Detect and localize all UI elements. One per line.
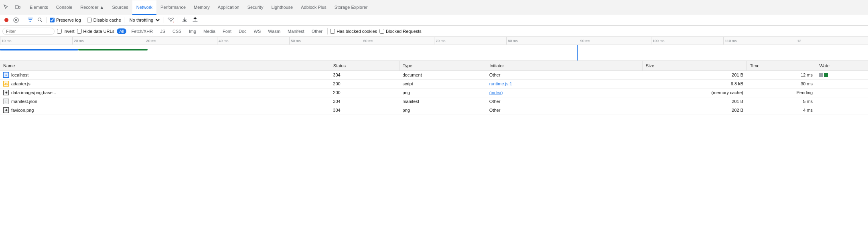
cell-type: script [399, 79, 486, 88]
file-name: favicon.png [11, 108, 34, 113]
tab-console[interactable]: Console [52, 0, 76, 15]
blocked-requests-checkbox[interactable] [379, 29, 384, 34]
export-button[interactable] [191, 16, 199, 24]
table-row[interactable]: ◆ favicon.png 304pngOther202 B4 ms [0, 106, 868, 115]
cell-type: png [399, 88, 486, 97]
table-row[interactable]: ≡ localhost 304documentOther201 B12 ms [0, 71, 868, 79]
cell-waterfall [816, 106, 868, 115]
tab-storage[interactable]: Storage Explorer [331, 0, 372, 15]
file-name: localhost [11, 73, 28, 77]
cell-waterfall [816, 79, 868, 88]
cell-name: □ manifest.json [0, 97, 330, 106]
tick-90ms: 90 ms [579, 37, 651, 44]
cell-initiator[interactable]: (index) [486, 88, 643, 97]
tab-security[interactable]: Security [243, 0, 268, 15]
col-header-name[interactable]: Name [0, 61, 330, 71]
table-row[interactable]: □ manifest.json 304manifestOther201 B5 m… [0, 97, 868, 106]
timeline[interactable]: 10 ms 20 ms 30 ms 40 ms 50 ms 60 ms 70 m… [0, 37, 868, 61]
initiator-link[interactable]: (index) [489, 90, 503, 95]
initiator-link[interactable]: runtime.js:1 [489, 81, 512, 86]
filter-btn-ws[interactable]: WS [251, 28, 264, 34]
tab-memory[interactable]: Memory [190, 0, 214, 15]
tab-application[interactable]: Application [214, 0, 243, 15]
tab-lighthouse[interactable]: Lighthouse [267, 0, 297, 15]
filter-btn-manifest[interactable]: Manifest [285, 28, 307, 34]
devtools-icons [2, 2, 26, 12]
cell-size: 202 B [642, 106, 746, 115]
col-header-time[interactable]: Time [746, 61, 816, 71]
hide-data-urls-checkbox[interactable] [77, 29, 82, 34]
hide-data-urls-label[interactable]: Hide data URLs [77, 29, 115, 34]
disable-cache-label[interactable]: Disable cache [87, 18, 121, 22]
filter-btn-css[interactable]: CSS [170, 28, 184, 34]
svg-rect-1 [19, 6, 20, 8]
separator-4 [124, 17, 124, 23]
has-blocked-cookies-text: Has blocked cookies [337, 29, 377, 34]
device-toolbar-icon[interactable] [13, 2, 22, 12]
filter-btn-wasm[interactable]: Wasm [266, 28, 283, 34]
col-header-type[interactable]: Type [399, 61, 486, 71]
cell-time: 12 ms [746, 71, 816, 79]
tab-sources[interactable]: Sources [108, 0, 132, 15]
filter-btn-doc[interactable]: Doc [236, 28, 249, 34]
cell-initiator[interactable]: runtime.js:1 [486, 79, 643, 88]
cell-initiator: Other [486, 97, 643, 106]
preserve-log-label[interactable]: Preserve log [50, 18, 81, 22]
tick-20ms: 20 ms [72, 37, 144, 44]
blocked-requests-label[interactable]: Blocked Requests [379, 29, 422, 34]
cell-name: ◆ data:image/png;base... [0, 88, 330, 97]
separator-6 [178, 17, 178, 23]
filter-btn-all[interactable]: All [117, 28, 126, 34]
tab-adblock[interactable]: Adblock Plus [297, 0, 331, 15]
table-row[interactable]: JS adapter.js 200scriptruntime.js:16.8 k… [0, 79, 868, 88]
invert-label[interactable]: Invert [57, 29, 75, 34]
tab-performance[interactable]: Performance [156, 0, 190, 15]
filter-btn-font[interactable]: Font [220, 28, 234, 34]
filter-btn-fetch-xhr[interactable]: Fetch/XHR [129, 28, 155, 34]
timeline-bar-response [78, 49, 148, 50]
invert-checkbox[interactable] [57, 29, 62, 34]
cell-size: 201 B [642, 71, 746, 79]
col-header-status[interactable]: Status [330, 61, 399, 71]
cell-type: png [399, 106, 486, 115]
filter-toggle-button[interactable] [26, 16, 34, 24]
file-name: manifest.json [11, 99, 37, 104]
tab-recorder[interactable]: Recorder ▲ [76, 0, 108, 15]
search-button[interactable] [36, 16, 44, 24]
col-header-size[interactable]: Size [642, 61, 746, 71]
wifi-icon[interactable] [167, 16, 175, 24]
file-type-icon: □ [3, 99, 9, 104]
filter-btn-js[interactable]: JS [158, 28, 168, 34]
tab-elements[interactable]: Elements [26, 0, 52, 15]
import-export-icons [181, 16, 199, 24]
tick-80ms: 80 ms [506, 37, 578, 44]
import-button[interactable] [181, 16, 189, 24]
invert-text: Invert [63, 29, 75, 34]
file-type-icon: JS [3, 81, 9, 87]
disable-cache-checkbox[interactable] [87, 18, 92, 22]
waterfall-bar [819, 73, 865, 77]
filter-btn-media[interactable]: Media [201, 28, 218, 34]
file-name: data:image/png;base... [11, 90, 56, 95]
clear-button[interactable] [12, 16, 20, 24]
tab-network[interactable]: Network [132, 0, 156, 15]
timeline-area [0, 45, 868, 61]
network-table-container: Name Status Type Initiator Size Time Wat… [0, 61, 868, 239]
timeline-ruler: 10 ms 20 ms 30 ms 40 ms 50 ms 60 ms 70 m… [0, 37, 868, 45]
tick-100ms: 100 ms [651, 37, 723, 44]
table-body: ≡ localhost 304documentOther201 B12 ms J… [0, 71, 868, 115]
filter-btn-other[interactable]: Other [309, 28, 325, 34]
col-header-waterfall[interactable]: Wate [816, 61, 868, 71]
col-header-initiator[interactable]: Initiator [486, 61, 643, 71]
record-button[interactable] [2, 16, 10, 24]
throttle-select[interactable]: No throttling [127, 17, 161, 23]
inspect-icon[interactable] [2, 2, 11, 12]
table-row[interactable]: ◆ data:image/png;base... 200png(index)(m… [0, 88, 868, 97]
preserve-log-checkbox[interactable] [50, 18, 55, 22]
filter-btn-img[interactable]: Img [187, 28, 199, 34]
cell-size: (memory cache) [642, 88, 746, 97]
filter-input[interactable] [2, 28, 55, 35]
file-type-icon: ◆ [3, 107, 9, 113]
has-blocked-cookies-checkbox[interactable] [330, 29, 335, 34]
has-blocked-cookies-label[interactable]: Has blocked cookies [330, 29, 377, 34]
